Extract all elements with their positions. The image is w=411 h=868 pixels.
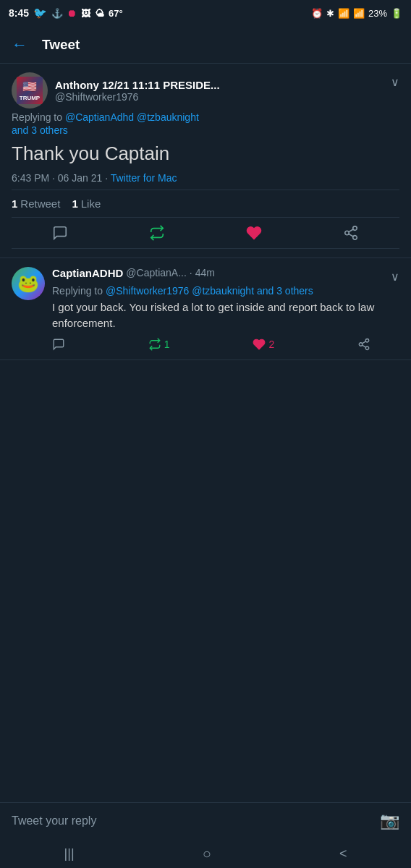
reply-replying-to: Replying to @Shiftworker1976 @tzbauknigh… [52,285,399,297]
retweet-stat: 1 Retweet [12,197,60,210]
header-title: Tweet [42,37,80,53]
weather-icon: 🌤 [95,8,104,19]
share-button[interactable] [343,225,359,241]
author-info: 🇺🇸 TRUMP Anthony 12/21 11:11 PRESIDE... … [12,72,220,109]
reply-like-button[interactable]: 2 [253,338,274,351]
author-text: Anthony 12/21 11:11 PRESIDE... @Shiftwor… [55,79,220,103]
replying-to-label: Replying to [12,111,62,123]
svg-point-0 [353,226,357,231]
tweet-source[interactable]: Twitter for Mac [111,172,177,184]
reply-chevron-icon[interactable]: ∨ [391,267,399,284]
tweet-stats: 1 Retweet 1 Like [12,190,399,218]
nav-home-button[interactable]: ○ [203,846,211,862]
reply-actions: 1 2 [52,338,399,351]
like-button[interactable] [246,225,262,241]
svg-point-7 [365,346,369,350]
author-handle: @Shiftworker1976 [55,91,220,103]
reply-button[interactable] [52,225,68,241]
reply-share-button[interactable] [357,338,370,351]
author-row: 🇺🇸 TRUMP Anthony 12/21 11:11 PRESIDE... … [12,72,399,109]
meta-separator: · [105,172,111,184]
reply-author-handle: @CaptianA... [126,267,186,278]
retweet-icon [149,225,165,241]
reply-retweet-count: 1 [164,339,170,350]
mention-captian[interactable]: @CaptianAdhd [65,111,134,123]
reply-comment-button[interactable] [52,338,65,351]
svg-line-8 [362,345,365,347]
tweet-meta: 6:43 PM · 06 Jan 21 · Twitter for Mac [12,172,399,184]
and-others-link[interactable]: and 3 others [12,124,68,136]
wifi-icon: 📶 [338,8,349,19]
back-button[interactable]: ← [12,35,27,54]
tweet-timestamp: 6:43 PM · 06 Jan 21 [12,172,102,184]
action-bar [12,218,399,249]
image-icon: 🖼 [81,8,90,19]
bluetooth-icon: ✱ [326,8,334,19]
reply-content: CaptianADHD @CaptianA... · 44m ∨ Replyin… [52,267,399,351]
replying-to-others: and 3 others [12,124,399,136]
svg-point-6 [359,343,363,346]
reply-share-icon [357,338,370,351]
share-icon [343,225,359,241]
reply-author: CaptianADHD @CaptianA... · 44m [52,267,215,279]
signal-icon: 📶 [353,8,365,19]
svg-line-4 [349,229,353,232]
heart-icon [246,225,262,241]
alarm-icon: ⏰ [311,8,323,19]
replying-to: Replying to @CaptianAdhd @tzbauknight [12,111,399,123]
camera-icon[interactable]: 📷 [380,812,399,830]
reply-like-count: 2 [268,339,274,350]
anchor-icon: ⚓ [51,8,63,19]
reply-tweet: 🐸 CaptianADHD @CaptianA... · 44m ∨ Reply… [0,258,411,360]
svg-point-2 [353,235,357,239]
like-label: Like [81,197,101,210]
chevron-down-icon[interactable]: ∨ [391,72,399,89]
tweet-text: Thank you Captain [12,142,399,166]
bottom-nav: ||| ○ < [0,839,411,868]
like-stat: 1 Like [72,197,101,210]
reply-mention-tzbauknight[interactable]: @tzbauknight and 3 others [192,285,313,297]
reply-avatar: 🐸 [12,267,45,300]
reply-comment-icon [52,338,65,351]
nav-menu-button[interactable]: ||| [64,846,75,861]
mention-tzbauknight[interactable]: @tzbauknight [137,111,199,123]
svg-point-1 [345,231,349,235]
avatar: 🇺🇸 TRUMP [12,72,48,109]
battery-icon: 🔋 [391,8,402,19]
avatar-image: 🇺🇸 TRUMP [17,77,43,105]
reply-input-bar: Tweet your reply 📷 [0,802,411,839]
svg-line-3 [349,234,353,237]
reply-replying-label: Replying to [52,285,103,297]
retweet-count: 1 [12,197,17,210]
status-right: ⏰ ✱ 📶 📶 23% 🔋 [311,8,402,19]
temperature: 67° [109,8,123,19]
reply-retweet-icon [148,338,161,351]
nav-back-button[interactable]: < [339,846,347,861]
like-count: 1 [72,197,77,210]
reply-mention-shiftworker[interactable]: @Shiftworker1976 [106,285,189,297]
reply-heart-icon [253,338,266,351]
record-icon: ⏺ [67,8,77,19]
comment-icon [52,225,68,241]
retweet-button[interactable] [149,225,165,241]
status-left: 8:45 🐦 ⚓ ⏺ 🖼 🌤 67° [9,7,123,20]
reply-header: CaptianADHD @CaptianA... · 44m ∨ [52,267,399,284]
status-bar: 8:45 🐦 ⚓ ⏺ 🖼 🌤 67° ⏰ ✱ 📶 📶 23% 🔋 [0,0,411,26]
reply-tweet-text: I got your back. You risked a lot to get… [52,299,399,332]
twitter-status-icon: 🐦 [33,7,47,20]
retweet-label: Retweet [20,197,60,210]
reply-input-placeholder[interactable]: Tweet your reply [12,814,96,827]
svg-point-5 [365,339,369,342]
svg-line-9 [362,341,365,344]
reply-time-value: 44m [195,267,215,278]
tweet-header: ← Tweet [0,26,411,64]
reply-retweet-button[interactable]: 1 [148,338,170,351]
reply-author-name: CaptianADHD [52,267,123,279]
reply-time: · [190,267,192,278]
status-time: 8:45 [9,7,29,19]
main-tweet: 🇺🇸 TRUMP Anthony 12/21 11:11 PRESIDE... … [0,64,411,258]
battery-level: 23% [368,8,387,19]
author-name: Anthony 12/21 11:11 PRESIDE... [55,79,220,91]
